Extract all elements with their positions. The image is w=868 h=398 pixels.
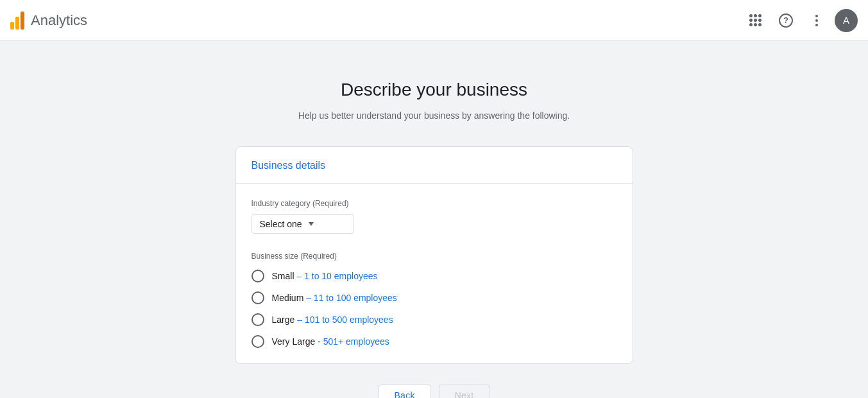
analytics-logo [10,12,24,30]
radio-small[interactable] [251,270,264,282]
size-radio-group: Small – 1 to 10 employees Medium – 11 to… [251,270,617,348]
size-option-large[interactable]: Large – 101 to 500 employees [251,313,617,326]
header-left: Analytics [10,12,87,30]
size-label-medium: Medium – 11 to 100 employees [272,293,397,303]
industry-select[interactable]: Select one [251,214,354,234]
size-label-small: Small – 1 to 10 employees [272,271,378,281]
card-header: Business details [236,147,633,184]
grid-dot [758,23,762,26]
grid-dot [754,14,757,17]
business-size-field: Business size (Required) Small – 1 to 10… [251,252,617,348]
radio-large[interactable] [251,313,264,326]
main-content: Describe your business Help us better un… [0,41,868,398]
industry-field: Industry category (Required) Select one [251,199,617,234]
app-title: Analytics [31,12,87,29]
grid-dot [749,23,753,26]
size-option-medium[interactable]: Medium – 11 to 100 employees [251,291,617,304]
size-option-very-large[interactable]: Very Large - 501+ employees [251,335,617,348]
grid-dot [758,19,762,22]
size-option-small[interactable]: Small – 1 to 10 employees [251,270,617,282]
more-button[interactable] [804,8,830,33]
header: Analytics ? A [0,0,868,41]
card-header-title: Business details [251,160,326,171]
grid-dot [749,19,753,22]
grid-dot [749,14,753,17]
grid-dot [758,14,762,17]
industry-select-value: Select one [260,219,302,229]
radio-very-large[interactable] [251,335,264,348]
help-icon: ? [779,13,793,28]
grid-dot [754,23,757,26]
radio-medium[interactable] [251,291,264,304]
user-avatar[interactable]: A [835,9,858,32]
card-body: Industry category (Required) Select one … [236,184,633,363]
next-button[interactable]: Next [439,385,490,398]
header-right: ? A [742,8,858,33]
grid-icon [749,14,762,26]
page-title: Describe your business [341,80,527,100]
help-button[interactable]: ? [773,8,799,33]
industry-label: Industry category (Required) [251,199,617,208]
button-row: Back Next [379,385,490,398]
business-details-card: Business details Industry category (Requ… [235,146,633,364]
logo-bar-2 [15,17,19,30]
grid-dot [754,19,757,22]
size-label-very-large: Very Large - 501+ employees [272,336,389,347]
page-subtitle: Help us better understand your business … [298,110,570,121]
apps-button[interactable] [742,8,768,33]
logo-bar-1 [10,22,14,30]
more-icon [815,15,818,26]
chevron-down-icon [309,222,314,226]
size-label-large: Large – 101 to 500 employees [272,315,393,325]
size-label: Business size (Required) [251,252,617,261]
logo-bar-3 [21,12,24,30]
back-button[interactable]: Back [379,385,431,398]
